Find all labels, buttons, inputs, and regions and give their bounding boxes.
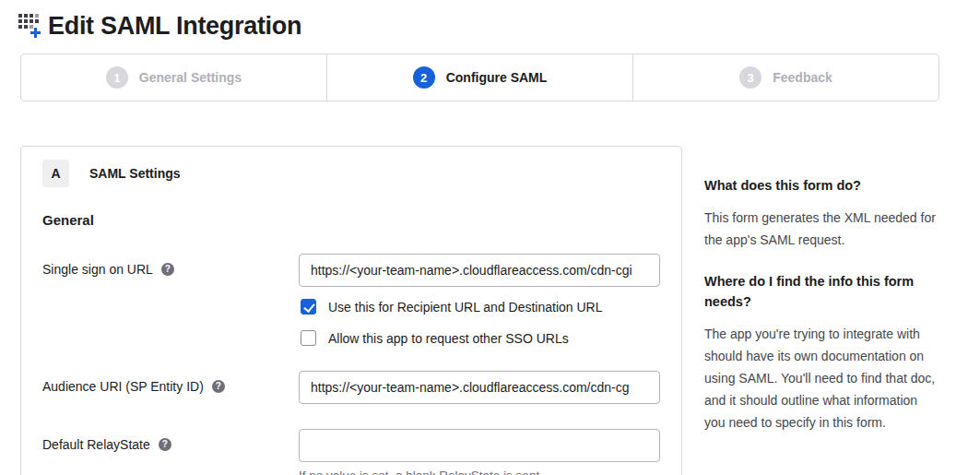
other-sso-urls-checkbox-label: Allow this app to request other SSO URLs: [328, 331, 569, 346]
help-icon[interactable]: ?: [159, 438, 171, 451]
sso-url-input[interactable]: [299, 254, 660, 287]
recipient-url-checkbox-label: Use this for Recipient URL and Destinati…: [328, 300, 603, 315]
step-number-badge: 2: [413, 66, 435, 89]
group-title-general: General: [42, 212, 660, 228]
audience-uri-label: Audience URI (SP Entity ID): [42, 379, 204, 394]
field-control-col: [299, 371, 660, 404]
checkbox-row-other-sso: Allow this app to request other SSO URLs: [301, 330, 660, 346]
recipient-url-checkbox[interactable]: [301, 299, 316, 315]
step-label: Feedback: [773, 70, 832, 85]
app-grid-plus-icon: [18, 12, 44, 40]
step-feedback[interactable]: 3 Feedback: [632, 54, 939, 101]
wizard-stepper: 1 General Settings 2 Configure SAML 3 Fe…: [20, 53, 939, 101]
help-icon[interactable]: ?: [212, 380, 225, 393]
step-general-settings[interactable]: 1 General Settings: [21, 54, 326, 101]
help-heading-where: Where do I find the info this form needs…: [704, 271, 939, 312]
section-title: SAML Settings: [89, 166, 181, 181]
audience-uri-input[interactable]: [299, 371, 660, 404]
saml-settings-panel: A SAML Settings General Single sign on U…: [20, 146, 682, 475]
panel-header: A SAML Settings: [42, 160, 660, 187]
field-row-sso-url: Single sign on URL ? Use this for Recipi…: [42, 254, 660, 346]
step-label: General Settings: [139, 70, 242, 85]
relay-state-input[interactable]: [299, 429, 660, 462]
step-number-badge: 3: [739, 66, 762, 89]
field-control-col: If no value is set, a blank RelayState i…: [299, 429, 660, 475]
section-badge: A: [42, 160, 69, 187]
content-row: A SAML Settings General Single sign on U…: [0, 146, 980, 475]
page-title: Edit SAML Integration: [48, 12, 301, 41]
other-sso-urls-checkbox[interactable]: [301, 330, 316, 346]
help-heading-what: What does this form do?: [704, 175, 939, 196]
help-text-what: This form generates the XML needed for t…: [704, 207, 939, 251]
field-label-col: Single sign on URL ?: [42, 254, 299, 277]
step-label: Configure SAML: [446, 70, 548, 85]
step-configure-saml[interactable]: 2 Configure SAML: [326, 54, 632, 101]
help-sidebar: What does this form do? This form genera…: [704, 146, 939, 454]
field-control-col: Use this for Recipient URL and Destinati…: [299, 254, 660, 346]
field-label-col: Default RelayState ?: [42, 429, 299, 452]
help-text-where: The app you're trying to integrate with …: [704, 323, 939, 433]
field-row-audience-uri: Audience URI (SP Entity ID) ?: [42, 371, 660, 404]
field-label-col: Audience URI (SP Entity ID) ?: [42, 371, 299, 394]
relay-state-hint: If no value is set, a blank RelayState i…: [299, 469, 660, 475]
sso-url-label: Single sign on URL: [42, 262, 153, 277]
edit-saml-integration-screen: Edit SAML Integration 1 General Settings…: [0, 0, 980, 475]
step-number-badge: 1: [106, 66, 128, 89]
plus-icon: [30, 28, 41, 38]
relay-state-label: Default RelayState: [42, 437, 150, 452]
checkbox-row-recipient: Use this for Recipient URL and Destinati…: [301, 299, 660, 315]
field-row-relay-state: Default RelayState ? If no value is set,…: [42, 429, 660, 475]
page-header: Edit SAML Integration: [0, 0, 980, 44]
help-icon[interactable]: ?: [161, 263, 174, 276]
